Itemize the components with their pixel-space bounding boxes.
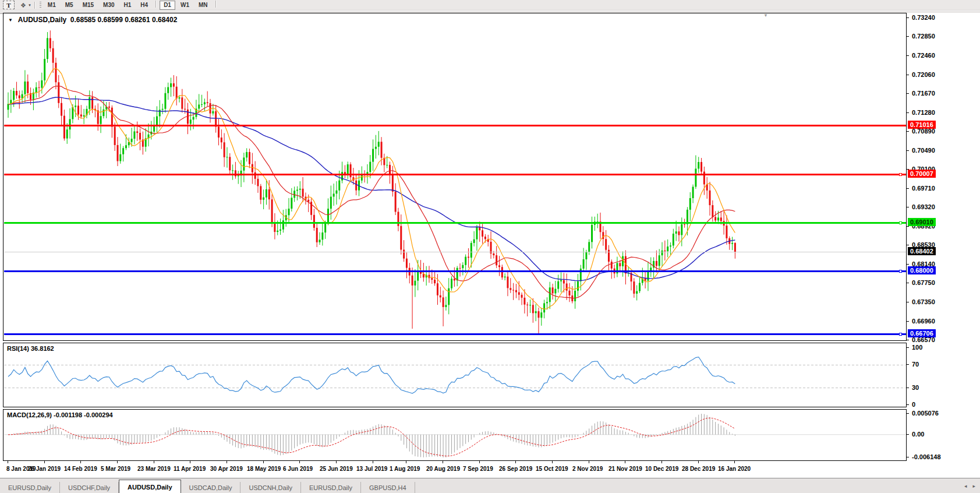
- timeframe-button-h4[interactable]: H4: [136, 1, 152, 10]
- macd-indicator-panel[interactable]: MACD(12,26,9) -0.001198 -0.000294: [3, 409, 907, 461]
- price-axis[interactable]: 0.732400.728500.724600.720600.716700.712…: [907, 13, 980, 477]
- date-label: 16 Jan 2020: [718, 466, 751, 472]
- rsi-tick-mark: [907, 388, 909, 388]
- date-label: 21 Nov 2019: [608, 466, 642, 472]
- horizontal-line-0.71016[interactable]: [4, 125, 906, 126]
- price-label-0.71016: 0.71016: [908, 121, 936, 129]
- date-label: 20 Aug 2019: [426, 466, 460, 472]
- toolbar-grip: [40, 2, 41, 9]
- date-label: 30 Apr 2019: [210, 466, 243, 472]
- date-label: 28 Dec 2019: [682, 466, 715, 472]
- arrange-windows-button[interactable]: ❖ ▼: [20, 2, 31, 8]
- macd-tick-mark: [907, 413, 909, 414]
- tab-scroll-left-icon[interactable]: ◂: [964, 483, 967, 489]
- date-label: 5 Mar 2019: [101, 466, 130, 472]
- date-label: 14 Feb 2019: [64, 466, 97, 472]
- time-tick-mark: [589, 461, 589, 463]
- macd-tick-mark: [907, 434, 909, 435]
- toolbar-separator: [155, 1, 156, 8]
- price-tick-label: 0.71670: [912, 90, 935, 97]
- dropdown-caret-icon[interactable]: ▼: [8, 17, 13, 23]
- time-tick-mark: [117, 461, 118, 463]
- date-label: 2 Nov 2019: [572, 466, 603, 472]
- line-handle-0.69010[interactable]: [899, 221, 902, 224]
- timeframe-button-m15[interactable]: M15: [79, 1, 98, 10]
- toolbar-separator: [34, 2, 35, 9]
- time-tick-mark: [406, 461, 406, 463]
- timeframe-button-d1[interactable]: D1: [160, 1, 175, 10]
- time-tick-mark: [661, 461, 662, 463]
- price-tick-label: 0.69710: [912, 185, 935, 192]
- time-tick-mark: [552, 461, 553, 463]
- price-tick-label: 0.69320: [912, 203, 935, 210]
- time-axis[interactable]: 8 Jan 201926 Jan 201914 Feb 20195 Mar 20…: [3, 461, 907, 477]
- timeframe-button-w1[interactable]: W1: [176, 1, 193, 10]
- price-tick-label: 0.72060: [912, 71, 935, 78]
- horizontal-line-0.70007[interactable]: [4, 174, 906, 175]
- chart-tab-eurusd-daily[interactable]: EURUSD,Daily: [301, 482, 361, 493]
- horizontal-line-0.68000[interactable]: [4, 270, 906, 272]
- price-tick-label: 0.72850: [912, 33, 935, 40]
- chart-tab-usdchf-daily[interactable]: USDCHF,Daily: [60, 482, 119, 493]
- chart-tab-audusd-daily[interactable]: AUDUSD,Daily: [119, 480, 181, 493]
- price-tick-mark: [907, 17, 909, 18]
- chart-tab-usdcnh-daily[interactable]: USDCNH,Daily: [240, 482, 301, 493]
- line-handle-0.70007[interactable]: [899, 173, 902, 176]
- chart-tab-eurusd-daily[interactable]: EURUSD,Daily: [0, 482, 60, 493]
- line-handle-0.66706[interactable]: [899, 333, 902, 336]
- candlestick-plot: [3, 13, 906, 340]
- date-label: 13 Jul 2019: [356, 466, 387, 472]
- timeframe-button-m5[interactable]: M5: [61, 1, 77, 10]
- time-tick-mark: [227, 461, 227, 463]
- time-tick-mark: [80, 461, 81, 463]
- price-tick-label: 0.71280: [912, 109, 935, 116]
- date-label: 18 May 2019: [247, 466, 281, 472]
- chevron-down-icon: ▼: [28, 3, 31, 7]
- price-tick-label: 0.66960: [912, 318, 935, 325]
- chart-symbol: AUDUSD,Daily: [18, 16, 66, 24]
- price-tick-mark: [907, 188, 909, 189]
- time-tick-mark: [336, 461, 337, 463]
- chart-tab-gbpusd-h4[interactable]: GBPUSD,H4: [361, 482, 415, 493]
- mt4-application: T ❖ ▼ M1M5M15M30H1H4D1W1MN ▼ AUDUSD,Dail…: [0, 0, 980, 493]
- time-tick-mark: [154, 461, 154, 463]
- price-tick-mark: [907, 150, 909, 151]
- date-label: 23 Mar 2019: [137, 466, 171, 472]
- text-tool-button[interactable]: T: [3, 1, 15, 9]
- horizontal-line-0.66706[interactable]: [4, 333, 906, 335]
- rsi-tick-mark: [907, 364, 909, 365]
- time-tick-mark: [8, 461, 8, 463]
- timeframe-button-m1[interactable]: M1: [44, 1, 60, 10]
- timeframe-button-m30[interactable]: M30: [99, 1, 118, 10]
- timeframe-button-h1[interactable]: H1: [120, 1, 136, 10]
- rsi-tick-label: 100: [912, 344, 922, 351]
- shift-end-marker-icon[interactable]: ▼: [763, 13, 768, 18]
- time-tick-mark: [443, 461, 443, 463]
- main-price-chart[interactable]: ▼ AUDUSD,Daily 0.68585 0.68599 0.68261 0…: [3, 13, 907, 341]
- rsi-label: RSI(14) 36.8162: [7, 345, 54, 352]
- price-tick-mark: [907, 36, 909, 37]
- rsi-tick-label: 70: [912, 361, 919, 368]
- rsi-tick-mark: [907, 347, 909, 348]
- date-label: 6 Jun 2019: [283, 466, 313, 472]
- current-price-label: 0.68402: [908, 247, 936, 255]
- macd-plot: [3, 410, 906, 460]
- time-tick-mark: [479, 461, 480, 463]
- line-handle-0.68000[interactable]: [899, 270, 902, 273]
- time-tick-mark: [263, 461, 264, 463]
- timeframe-button-mn[interactable]: MN: [194, 1, 212, 10]
- price-tick-mark: [907, 283, 909, 283]
- time-tick-mark: [698, 461, 699, 463]
- horizontal-line-0.69010[interactable]: [4, 222, 906, 224]
- date-label: 25 Jun 2019: [320, 466, 353, 472]
- chart-tab-usdcad-daily[interactable]: USDCAD,Daily: [181, 482, 241, 493]
- rsi-indicator-panel[interactable]: RSI(14) 36.8162: [3, 343, 907, 407]
- date-label: 26 Jan 2019: [28, 466, 61, 472]
- price-tick-label: 0.73240: [912, 14, 935, 21]
- price-tick-mark: [907, 93, 909, 94]
- price-tick-mark: [907, 55, 909, 56]
- macd-label: MACD(12,26,9) -0.001198 -0.000294: [7, 411, 113, 418]
- price-label-0.70007: 0.70007: [908, 170, 936, 178]
- date-label: 1 Aug 2019: [390, 466, 420, 472]
- tab-scroll-right-icon[interactable]: ▸: [972, 483, 975, 489]
